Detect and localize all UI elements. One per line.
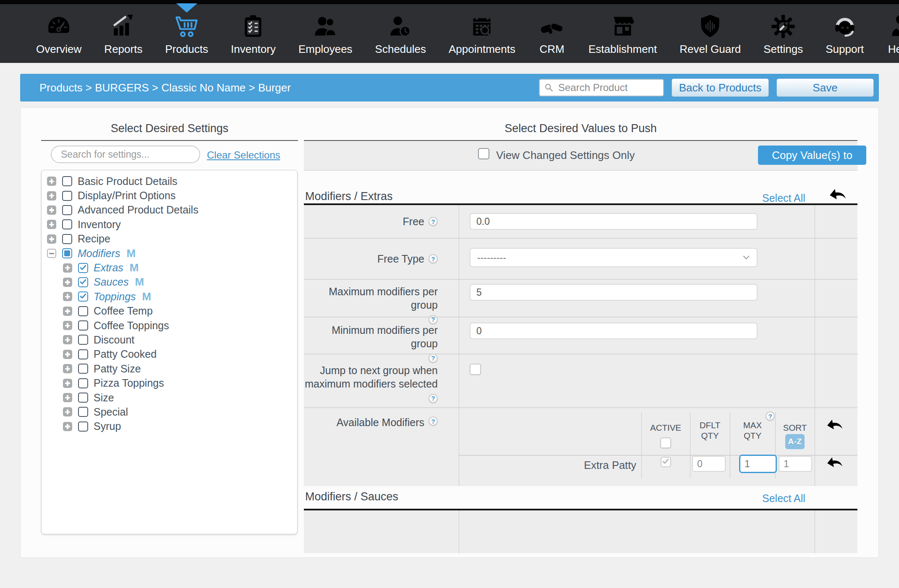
tree-checkbox[interactable]	[62, 219, 72, 229]
nav-item-reports[interactable]: Reports	[104, 4, 142, 56]
help-icon[interactable]: ?	[429, 394, 438, 403]
expand-icon[interactable]	[63, 292, 72, 301]
tree-checkbox[interactable]	[78, 306, 88, 316]
product-search-input[interactable]	[557, 81, 659, 94]
tree-checkbox[interactable]	[62, 248, 72, 258]
nav-item-employees[interactable]: Employees	[298, 4, 353, 56]
settings-search-input[interactable]	[51, 146, 200, 163]
tree-item-label[interactable]: Coffee Toppings	[94, 320, 169, 332]
help-icon[interactable]: ?	[766, 411, 775, 421]
tree-checkbox[interactable]	[62, 205, 72, 215]
expand-icon[interactable]	[63, 422, 72, 431]
save-button[interactable]: Save	[776, 78, 874, 97]
expand-icon[interactable]	[63, 407, 72, 416]
expand-icon[interactable]	[47, 177, 56, 186]
modifier-row-undo-icon[interactable]	[826, 454, 844, 472]
tree-item-label[interactable]: Extras	[94, 262, 123, 274]
expand-icon[interactable]	[47, 206, 56, 215]
max-modifiers-row: Maximum modifiers per group ?	[304, 279, 857, 317]
expand-icon[interactable]	[63, 393, 72, 402]
nav-item-inventory[interactable]: Inventory	[231, 4, 276, 56]
tree-checkbox[interactable]	[78, 320, 88, 330]
max-modifiers-input[interactable]	[470, 284, 758, 301]
tree-item-label[interactable]: Toppings	[94, 291, 136, 303]
free-input[interactable]	[470, 213, 758, 230]
tree-item-label[interactable]: Pizza Toppings	[94, 377, 164, 389]
expand-icon[interactable]	[63, 379, 72, 388]
tree-checkbox[interactable]	[78, 291, 88, 302]
tree-checkbox[interactable]	[78, 378, 88, 388]
tree-checkbox[interactable]	[62, 234, 72, 244]
expand-icon[interactable]	[63, 321, 72, 330]
tree-checkbox[interactable]	[78, 263, 88, 273]
nav-item-settings[interactable]: Settings	[763, 4, 803, 56]
nav-label: Products	[165, 43, 208, 56]
expand-icon[interactable]	[63, 350, 72, 359]
expand-icon[interactable]	[47, 234, 56, 244]
help-icon[interactable]: ?	[429, 416, 438, 426]
tree-item-label[interactable]: Patty Cooked	[94, 348, 157, 360]
nav-item-schedules[interactable]: Schedules	[375, 4, 426, 56]
collapse-icon[interactable]	[47, 249, 56, 258]
sort-az-button[interactable]: A-Z	[785, 434, 805, 449]
sauces-select-all-link[interactable]: Select All	[762, 492, 805, 505]
tree-item-label[interactable]: Discount	[94, 334, 134, 346]
tree-checkbox[interactable]	[78, 393, 88, 403]
tree-item-label[interactable]: Basic Product Details	[78, 175, 178, 187]
tree-checkbox[interactable]	[78, 349, 88, 359]
available-modifiers-undo-icon[interactable]	[826, 416, 844, 434]
tree-item-label[interactable]: Inventory	[78, 219, 121, 231]
tree-checkbox[interactable]	[78, 335, 88, 345]
expand-icon[interactable]	[63, 364, 72, 373]
tree-item-label[interactable]: Special	[94, 406, 128, 418]
nav-item-appointments[interactable]: Appointments	[449, 4, 515, 56]
expand-icon[interactable]	[63, 278, 72, 287]
help-icon[interactable]: ?	[429, 217, 438, 226]
back-to-products-button[interactable]: Back to Products	[672, 78, 769, 97]
help-icon[interactable]: ?	[429, 254, 438, 263]
view-changed-checkbox[interactable]	[478, 148, 489, 159]
expand-icon[interactable]	[47, 220, 56, 229]
nav-item-products[interactable]: Products	[165, 4, 208, 56]
nav-item-revel-guard[interactable]: Revel Guard	[679, 4, 741, 56]
tree-item-label[interactable]: Recipe	[78, 233, 110, 245]
nav-item-support[interactable]: Support	[826, 4, 864, 56]
tree-item-label[interactable]: Modifiers	[78, 247, 120, 260]
col-header-dflt-qty: DFLT QTY	[690, 420, 730, 441]
tree-item-label[interactable]: Display/Print Options	[78, 190, 175, 202]
expand-icon[interactable]	[63, 307, 72, 316]
tree-checkbox[interactable]	[78, 277, 88, 287]
clear-selections-link[interactable]: Clear Selections	[207, 149, 280, 161]
tree-item-label[interactable]: Syrup	[94, 420, 121, 432]
expand-icon[interactable]	[47, 191, 56, 200]
tree-checkbox[interactable]	[78, 421, 88, 432]
tree-checkbox[interactable]	[62, 176, 72, 186]
copy-values-button[interactable]: Copy Value(s) to	[758, 146, 866, 165]
tree-item-recipe: Recipe	[42, 232, 297, 246]
modifier-max-qty-input[interactable]	[739, 455, 777, 473]
tree-item-patty-size: Patty Size	[42, 362, 297, 376]
nav-item-overview[interactable]: Overview	[36, 4, 81, 56]
nav-item-crm[interactable]: CRM	[538, 4, 566, 56]
tree-item-label[interactable]: Sauces	[94, 276, 128, 288]
modifier-dflt-qty-input[interactable]	[692, 456, 726, 472]
min-modifiers-input[interactable]	[470, 323, 758, 339]
nav-item-establishment[interactable]: Establishment	[588, 4, 657, 56]
active-all-checkbox[interactable]	[660, 437, 671, 448]
jump-next-group-checkbox[interactable]	[470, 364, 481, 375]
tree-checkbox[interactable]	[78, 407, 88, 417]
expand-icon[interactable]	[63, 263, 72, 273]
tree-item-label[interactable]: Patty Size	[94, 363, 141, 375]
tree-checkbox[interactable]	[62, 191, 72, 201]
free-type-select[interactable]: ---------	[470, 248, 758, 267]
modifier-sort-input[interactable]	[779, 456, 812, 472]
tree-item-label[interactable]: Size	[94, 392, 114, 404]
modifier-active-checkbox[interactable]	[661, 457, 671, 467]
extras-undo-icon[interactable]	[828, 186, 847, 204]
tree-item-label[interactable]: Coffee Temp	[94, 305, 153, 317]
tree-checkbox[interactable]	[78, 364, 88, 374]
expand-icon[interactable]	[63, 335, 72, 344]
nav-item-hello[interactable]: Hello	[886, 4, 899, 56]
tree-item-label[interactable]: Advanced Product Details	[78, 204, 199, 216]
extras-select-all-link[interactable]: Select All	[762, 192, 805, 204]
